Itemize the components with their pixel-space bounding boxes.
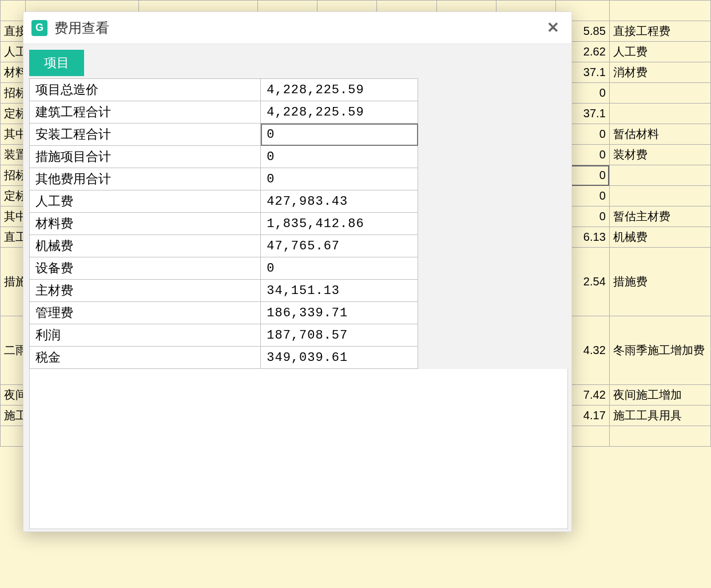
bg-cell[interactable]: 暂估主材费 [609,206,710,227]
bg-cell[interactable]: 直接工程费 [609,21,710,42]
bg-cell[interactable] [609,165,710,186]
fee-value[interactable]: 0 [261,146,418,168]
fee-value[interactable]: 4,228,225.59 [261,101,418,124]
fee-label[interactable]: 税金 [30,347,261,369]
fee-value[interactable]: 4,228,225.59 [261,79,418,101]
fee-label[interactable]: 机械费 [30,235,261,257]
fee-table[interactable]: 项目总造价4,228,225.59建筑工程合计4,228,225.59安装工程合… [29,78,418,369]
fee-label[interactable]: 人工费 [30,190,261,213]
bg-cell[interactable]: 定标 [1,104,26,124]
fee-value[interactable]: 1,835,412.86 [261,213,418,235]
fee-label[interactable]: 措施项目合计 [30,146,261,168]
bg-cell[interactable]: 施工 [1,406,26,426]
fee-row[interactable]: 设备费0 [30,257,418,280]
fee-label[interactable]: 主材费 [30,280,261,302]
dialog-blank-area [29,369,568,529]
bg-cell[interactable]: 其中 [1,124,26,145]
dialog-body: 项目 项目总造价4,228,225.59建筑工程合计4,228,225.59安装… [23,44,571,531]
bg-cell[interactable]: 施工工具用具 [609,406,710,426]
fee-value[interactable]: 0 [261,124,418,146]
fee-value[interactable]: 186,339.71 [261,302,418,324]
bg-cell[interactable]: 消材费 [609,62,710,83]
bg-cell[interactable]: 招标 [1,165,26,186]
bg-cell[interactable] [609,1,710,21]
fee-value[interactable]: 187,708.57 [261,324,418,347]
fee-value[interactable]: 349,039.61 [261,347,418,369]
bg-cell[interactable]: 暂估材料 [609,124,710,145]
bg-cell[interactable] [609,426,710,447]
fee-value[interactable]: 0 [261,257,418,280]
close-icon[interactable]: ✕ [543,18,563,38]
fee-value[interactable]: 427,983.43 [261,190,418,213]
fee-label[interactable]: 其他费用合计 [30,168,261,190]
fee-row[interactable]: 材料费1,835,412.86 [30,213,418,235]
bg-cell[interactable]: 定标 [1,186,26,206]
fee-label[interactable]: 建筑工程合计 [30,101,261,124]
bg-cell[interactable]: 直工 [1,227,26,248]
dialog-title: 费用查看 [54,19,536,37]
bg-cell[interactable]: 直接 [1,21,26,42]
bg-cell[interactable] [609,104,710,124]
fee-label[interactable]: 管理费 [30,302,261,324]
bg-cell[interactable] [609,186,710,206]
fee-row[interactable]: 安装工程合计0 [30,124,418,146]
bg-cell[interactable]: 人工 [1,42,26,62]
fee-value[interactable]: 47,765.67 [261,235,418,257]
bg-cell[interactable]: 措施费 [609,248,710,316]
bg-cell[interactable]: 人工费 [609,42,710,62]
bg-cell[interactable]: 夜间施工增加 [609,385,710,406]
fee-row[interactable]: 措施项目合计0 [30,146,418,168]
fee-value[interactable]: 34,151.13 [261,280,418,302]
bg-cell[interactable]: 材料 [1,62,26,83]
bg-cell[interactable] [609,83,710,104]
fee-row[interactable]: 机械费47,765.67 [30,235,418,257]
dialog-titlebar[interactable]: G 费用查看 ✕ [23,12,571,44]
bg-cell[interactable]: 措施 [1,248,26,316]
bg-cell[interactable]: 二雨 [1,316,26,385]
bg-cell[interactable] [1,1,26,21]
tab-project[interactable]: 项目 [29,50,84,76]
fee-label[interactable]: 项目总造价 [30,79,261,101]
bg-cell[interactable]: 其中 [1,206,26,227]
fee-value[interactable]: 0 [261,168,418,190]
bg-cell[interactable]: 装置 [1,145,26,165]
bg-cell[interactable] [1,426,26,447]
fee-row[interactable]: 建筑工程合计4,228,225.59 [30,101,418,124]
bg-cell[interactable]: 夜间 [1,385,26,406]
fee-label[interactable]: 设备费 [30,257,261,280]
bg-cell[interactable]: 装材费 [609,145,710,165]
fee-row[interactable]: 人工费427,983.43 [30,190,418,213]
bg-cell[interactable]: 冬雨季施工增加费 [609,316,710,385]
fee-row[interactable]: 项目总造价4,228,225.59 [30,79,418,101]
fee-row[interactable]: 其他费用合计0 [30,168,418,190]
fee-view-dialog: G 费用查看 ✕ 项目 项目总造价4,228,225.59建筑工程合计4,228… [23,11,572,532]
bg-cell[interactable]: 招标 [1,83,26,104]
bg-cell[interactable]: 机械费 [609,227,710,248]
fee-row[interactable]: 主材费34,151.13 [30,280,418,302]
fee-row[interactable]: 税金349,039.61 [30,347,418,369]
fee-label[interactable]: 材料费 [30,213,261,235]
fee-label[interactable]: 安装工程合计 [30,124,261,146]
fee-row[interactable]: 利润187,708.57 [30,324,418,347]
fee-label[interactable]: 利润 [30,324,261,347]
fee-row[interactable]: 管理费186,339.71 [30,302,418,324]
app-logo-icon: G [31,20,47,36]
